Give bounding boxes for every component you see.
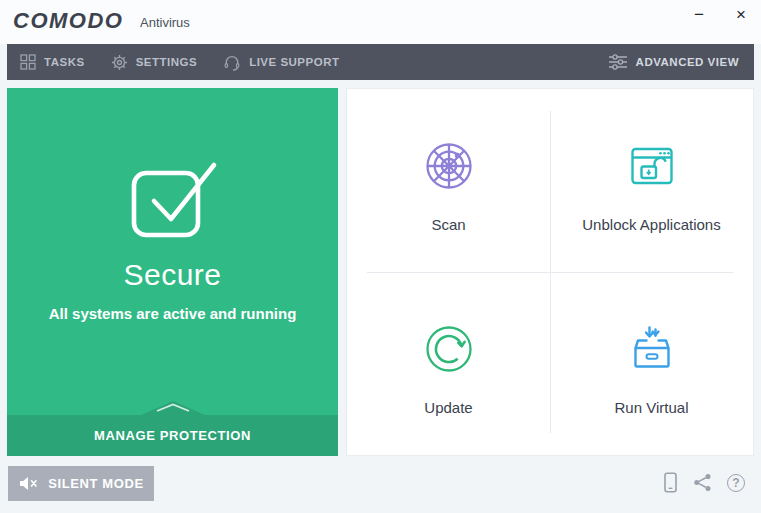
status-message-text: All systems are active and running <box>7 305 338 322</box>
headset-icon <box>223 54 241 71</box>
tile-label-unblock-applications: Unblock Applications <box>582 216 720 233</box>
tile-label-update: Update <box>424 399 472 416</box>
manage-protection-label: MANAGE PROTECTION <box>94 428 251 443</box>
title-bar: COMODO Antivirus − × <box>0 0 761 44</box>
status-state-text: Secure <box>7 258 338 292</box>
tile-scan[interactable]: Scan <box>347 89 550 272</box>
silent-mode-label: SILENT MODE <box>48 476 143 491</box>
close-button[interactable]: × <box>727 2 755 28</box>
comodo-antivirus-window: COMODO Antivirus − × TASKS SETTINGS <box>0 0 761 513</box>
footer-icons: ? <box>663 472 745 493</box>
gear-icon <box>111 54 128 71</box>
grid-icon <box>20 54 36 70</box>
tile-run-virtual[interactable]: Run Virtual <box>550 272 753 455</box>
chevron-up-icon <box>141 400 205 415</box>
unlock-window-icon <box>624 138 680 194</box>
tile-unblock-applications[interactable]: Unblock Applications <box>550 89 753 272</box>
help-icon[interactable]: ? <box>727 474 745 492</box>
virtual-box-icon <box>624 321 680 377</box>
sliders-icon <box>608 54 628 70</box>
manage-protection-button[interactable]: MANAGE PROTECTION <box>7 415 338 456</box>
toolbar-item-tasks[interactable]: TASKS <box>7 44 98 80</box>
silent-mode-button[interactable]: SILENT MODE <box>8 466 154 501</box>
toolbar-item-advanced-view[interactable]: ADVANCED VIEW <box>595 44 754 80</box>
share-icon[interactable] <box>693 473 712 492</box>
refresh-icon <box>421 321 477 377</box>
minimize-button[interactable]: − <box>685 2 713 28</box>
tasks-tiles-panel: Scan Unblock Applica <box>346 88 754 456</box>
toolbar-item-settings[interactable]: SETTINGS <box>98 44 211 80</box>
main-toolbar: TASKS SETTINGS LIVE SUPPORT <box>7 44 754 80</box>
comodo-logo: COMODO <box>13 8 123 34</box>
tile-label-run-virtual: Run Virtual <box>615 399 689 416</box>
tile-update[interactable]: Update <box>347 272 550 455</box>
radar-scan-icon <box>421 138 477 194</box>
tile-label-scan: Scan <box>431 216 465 233</box>
security-status-panel: Secure All systems are active and runnin… <box>7 88 338 456</box>
toolbar-label-settings: SETTINGS <box>136 56 198 68</box>
toolbar-label-advanced-view: ADVANCED VIEW <box>636 56 739 68</box>
toolbar-label-tasks: TASKS <box>44 56 85 68</box>
toolbar-item-live-support[interactable]: LIVE SUPPORT <box>210 44 352 80</box>
muted-speaker-icon <box>18 476 39 491</box>
toolbar-label-live-support: LIVE SUPPORT <box>249 56 339 68</box>
help-glyph: ? <box>732 476 739 490</box>
product-name: Antivirus <box>140 15 190 30</box>
checkmark-square-icon <box>7 154 338 242</box>
mobile-device-icon[interactable] <box>663 472 678 493</box>
